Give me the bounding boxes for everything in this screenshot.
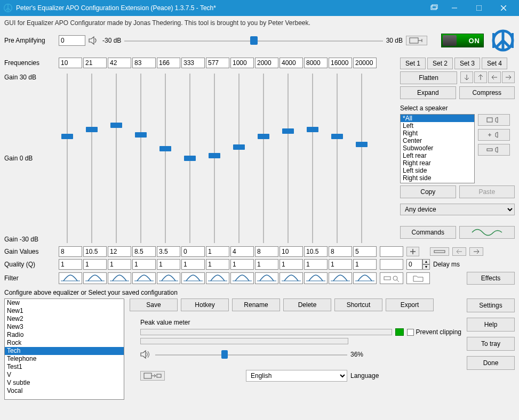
filter-type-button-3[interactable]: [132, 272, 156, 284]
frequency-input-7[interactable]: [230, 58, 254, 68]
speaker-item[interactable]: Right: [401, 130, 474, 137]
frequency-input-8[interactable]: [255, 58, 278, 68]
speaker-item[interactable]: Right rear: [401, 159, 474, 167]
filter-type-button-4[interactable]: [157, 272, 180, 284]
speaker-item[interactable]: Left side: [401, 167, 474, 174]
eq-slider-5[interactable]: [178, 70, 202, 246]
gain-input-6[interactable]: [206, 246, 229, 257]
speaker-item[interactable]: Left rear: [401, 152, 474, 159]
maximize-button[interactable]: [467, 0, 491, 16]
config-item[interactable]: Telephone: [5, 355, 124, 363]
config-item[interactable]: New1: [5, 307, 124, 315]
volume-slider[interactable]: [155, 350, 347, 359]
gain-input-12[interactable]: [353, 246, 377, 257]
hotkey-button[interactable]: Hotkey: [181, 298, 229, 311]
pin-icon[interactable]: [426, 4, 442, 12]
compress-button[interactable]: Compress: [459, 86, 515, 99]
eq-slider-10[interactable]: [301, 70, 324, 246]
speaker-item[interactable]: Center: [401, 137, 474, 144]
filter-type-button-0[interactable]: [59, 272, 82, 284]
copy-button[interactable]: Copy: [400, 185, 456, 198]
frequency-input-9[interactable]: [280, 58, 303, 68]
expand-button[interactable]: Expand: [400, 86, 456, 99]
mute-icon[interactable]: [89, 36, 99, 45]
speaker-listbox[interactable]: *AllLeftRightCenterSubwooferLeft rearRig…: [400, 114, 475, 183]
frequency-input-5[interactable]: [181, 58, 205, 68]
gain-input-10[interactable]: [304, 246, 328, 257]
config-item[interactable]: New2: [5, 315, 124, 323]
quality-input-9[interactable]: [280, 259, 303, 270]
quality-input-2[interactable]: [108, 259, 131, 270]
filter-search-button[interactable]: [380, 272, 403, 284]
quality-input-7[interactable]: [230, 259, 254, 270]
band-sep-button[interactable]: [430, 247, 449, 256]
set-4-button[interactable]: Set 4: [482, 58, 507, 69]
set-3-button[interactable]: Set 3: [454, 58, 480, 69]
eq-slider-0[interactable]: [55, 70, 79, 246]
speaker-item[interactable]: Subwoofer: [401, 144, 474, 152]
frequency-input-0[interactable]: [59, 58, 82, 68]
language-select[interactable]: English: [246, 370, 347, 382]
delay-up-button[interactable]: ▲: [422, 259, 430, 264]
set-2-button[interactable]: Set 2: [427, 58, 453, 69]
effects-button[interactable]: Effects: [467, 272, 515, 285]
config-item[interactable]: Vocal: [5, 387, 124, 395]
frequency-input-3[interactable]: [132, 58, 156, 68]
gain-input-0[interactable]: [59, 246, 82, 257]
config-item[interactable]: Rock: [5, 339, 124, 347]
power-toggle[interactable]: ON: [441, 34, 484, 47]
quality-input-1[interactable]: [83, 259, 107, 270]
eq-slider-6[interactable]: [203, 70, 226, 246]
eq-slider-8[interactable]: [252, 70, 275, 246]
quality-input-10[interactable]: [304, 259, 328, 270]
eq-slider-12[interactable]: [350, 70, 373, 246]
gain-input-1[interactable]: [83, 246, 107, 257]
gain-input-9[interactable]: [280, 246, 303, 257]
commands-button[interactable]: Commands: [400, 226, 456, 239]
speaker-opt2-button[interactable]: [478, 129, 510, 141]
frequency-input-11[interactable]: [329, 58, 352, 68]
window-mode-button[interactable]: [140, 371, 165, 381]
filter-type-button-2[interactable]: [108, 272, 131, 284]
config-item[interactable]: V subtle: [5, 379, 124, 387]
filter-type-button-11[interactable]: [329, 272, 352, 284]
speaker-opt3-button[interactable]: [478, 144, 510, 156]
delete-button[interactable]: Delete: [283, 298, 331, 311]
device-select[interactable]: Any device: [400, 204, 515, 215]
eq-slider-1[interactable]: [80, 70, 103, 246]
frequency-input-2[interactable]: [108, 58, 131, 68]
graph-button[interactable]: [459, 226, 515, 239]
gain-input-4[interactable]: [157, 246, 180, 257]
gain-input-3[interactable]: [132, 246, 156, 257]
frequency-input-12[interactable]: [353, 58, 377, 68]
prevent-clipping-checkbox[interactable]: Prevent clipping: [407, 328, 461, 336]
filter-type-button-10[interactable]: [304, 272, 328, 284]
config-item[interactable]: Tech: [5, 347, 124, 355]
preamp-slider[interactable]: [124, 35, 382, 46]
eq-slider-7[interactable]: [227, 70, 251, 246]
quality-input-12[interactable]: [353, 259, 377, 270]
volume-icon[interactable]: [140, 350, 152, 359]
gain-input-11[interactable]: [329, 246, 352, 257]
eq-slider-4[interactable]: [154, 70, 177, 246]
config-item[interactable]: New3: [5, 323, 124, 331]
shortcut-button[interactable]: Shortcut: [334, 298, 382, 311]
shift-down-button[interactable]: [460, 71, 473, 83]
delay-input[interactable]: [406, 259, 422, 270]
filter-type-button-7[interactable]: [230, 272, 254, 284]
filter-type-button-12[interactable]: [353, 272, 377, 284]
extra-gain-input[interactable]: [380, 246, 403, 257]
filter-type-button-8[interactable]: [255, 272, 278, 284]
help-button[interactable]: Help: [467, 318, 515, 332]
done-button[interactable]: Done: [467, 356, 515, 370]
config-item[interactable]: New: [5, 299, 124, 307]
quality-input-8[interactable]: [255, 259, 278, 270]
quality-input-3[interactable]: [132, 259, 156, 270]
config-item[interactable]: Test1: [5, 363, 124, 371]
add-band-button[interactable]: [406, 247, 419, 256]
eq-slider-2[interactable]: [105, 70, 128, 246]
quality-input-6[interactable]: [206, 259, 229, 270]
set-1-button[interactable]: Set 1: [400, 58, 426, 69]
speaker-opt1-button[interactable]: [478, 114, 510, 126]
eq-slider-9[interactable]: [276, 70, 300, 246]
